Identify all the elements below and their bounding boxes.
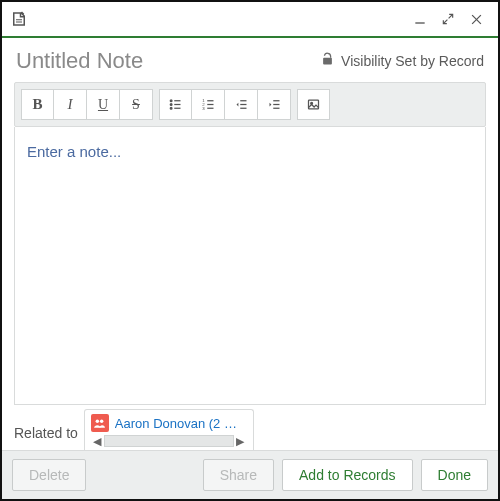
expand-button[interactable] bbox=[434, 5, 462, 33]
scroll-track[interactable] bbox=[104, 435, 234, 447]
svg-rect-3 bbox=[323, 58, 332, 65]
related-to-row: Related to Aaron Donovan (2 Em... ◀ ▶ bbox=[2, 405, 498, 450]
numbered-list-button[interactable]: 123 bbox=[192, 89, 225, 120]
svg-text:3: 3 bbox=[202, 106, 205, 111]
done-button[interactable]: Done bbox=[421, 459, 488, 491]
bulleted-list-button[interactable] bbox=[159, 89, 192, 120]
delete-button: Delete bbox=[12, 459, 86, 491]
svg-point-8 bbox=[170, 107, 172, 109]
related-record-link[interactable]: Aaron Donovan (2 Em... bbox=[115, 416, 245, 431]
unlock-icon bbox=[320, 52, 335, 70]
formatting-toolbar: B I U S 123 bbox=[14, 82, 486, 127]
scroll-right-icon[interactable]: ▶ bbox=[234, 435, 247, 448]
editor-placeholder: Enter a note... bbox=[27, 143, 121, 160]
add-to-records-button[interactable]: Add to Records bbox=[282, 459, 413, 491]
bold-button[interactable]: B bbox=[21, 89, 54, 120]
svg-point-24 bbox=[96, 419, 99, 422]
indent-button[interactable] bbox=[258, 89, 291, 120]
visibility-indicator[interactable]: Visibility Set by Record bbox=[320, 52, 484, 70]
note-editor[interactable]: Enter a note... bbox=[14, 127, 486, 405]
underline-button[interactable]: U bbox=[87, 89, 120, 120]
strikethrough-button[interactable]: S bbox=[120, 89, 153, 120]
svg-point-25 bbox=[100, 419, 103, 422]
related-record-chip[interactable]: Aaron Donovan (2 Em... ◀ ▶ bbox=[84, 409, 254, 450]
share-button: Share bbox=[203, 459, 274, 491]
contact-icon bbox=[91, 414, 109, 432]
outdent-button[interactable] bbox=[225, 89, 258, 120]
window-titlebar bbox=[2, 2, 498, 36]
related-scrollbar[interactable]: ◀ ▶ bbox=[91, 434, 247, 448]
insert-image-button[interactable] bbox=[297, 89, 330, 120]
svg-point-6 bbox=[170, 104, 172, 106]
visibility-label: Visibility Set by Record bbox=[341, 53, 484, 69]
footer-bar: Delete Share Add to Records Done bbox=[2, 450, 498, 499]
svg-rect-22 bbox=[309, 100, 319, 109]
close-button[interactable] bbox=[462, 5, 490, 33]
note-title[interactable]: Untitled Note bbox=[16, 48, 143, 74]
scroll-left-icon[interactable]: ◀ bbox=[91, 435, 104, 448]
italic-button[interactable]: I bbox=[54, 89, 87, 120]
minimize-button[interactable] bbox=[406, 5, 434, 33]
related-to-label: Related to bbox=[14, 419, 78, 441]
svg-point-4 bbox=[170, 100, 172, 102]
note-header: Untitled Note Visibility Set by Record bbox=[2, 38, 498, 82]
note-app-icon bbox=[10, 10, 28, 28]
